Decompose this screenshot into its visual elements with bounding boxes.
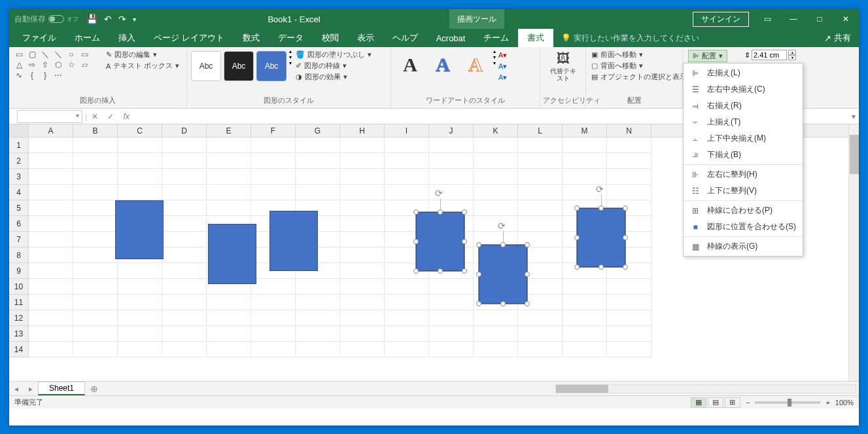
cell[interactable] [563, 295, 607, 310]
cell[interactable] [251, 295, 296, 310]
cell[interactable] [207, 342, 251, 357]
cell[interactable] [251, 342, 296, 357]
oval-icon[interactable]: ○ [65, 50, 77, 59]
shape-effects-button[interactable]: ◑図形の効果▾ [296, 72, 372, 82]
fx-icon[interactable]: fx [118, 112, 134, 121]
cell[interactable] [474, 200, 518, 216]
shape-height-input[interactable]: ⇕ ▴▾ [742, 48, 799, 62]
align-top-item[interactable]: ⫟上揃え(T) [684, 114, 803, 130]
cell[interactable] [251, 185, 296, 200]
row-header-14[interactable]: 14 [9, 342, 29, 357]
align-center-h-item[interactable]: ☰左右中央揃え(C) [684, 81, 803, 98]
cell[interactable] [251, 326, 296, 342]
align-bottom-item[interactable]: ⫡下揃え(B) [684, 147, 803, 163]
sheet-nav-prev-icon[interactable]: ◂ [9, 384, 24, 393]
distribute-h-item[interactable]: ⊪左右に整列(H) [684, 166, 803, 183]
tell-me-input[interactable]: 💡 実行したい作業を入力してください [553, 29, 707, 47]
row-header-9[interactable]: 9 [9, 263, 29, 279]
cell[interactable] [518, 185, 563, 200]
view-page-layout-icon[interactable]: ▤ [708, 397, 723, 408]
vertical-scrollbar[interactable] [848, 124, 859, 381]
cell[interactable] [29, 263, 73, 279]
cell[interactable] [29, 169, 73, 185]
cell[interactable] [162, 185, 207, 200]
cell[interactable] [162, 326, 207, 342]
tab-review[interactable]: 校閲 [313, 29, 348, 47]
cell[interactable] [73, 169, 118, 185]
col-header-K[interactable]: K [474, 124, 518, 137]
cell[interactable] [340, 169, 385, 185]
redo-icon[interactable]: ↷ [118, 14, 126, 24]
cell[interactable] [340, 295, 385, 310]
cell[interactable] [73, 232, 118, 247]
cell[interactable] [296, 279, 340, 295]
wordart-style-3[interactable]: A [460, 50, 491, 80]
cell[interactable] [118, 137, 162, 153]
cell[interactable] [73, 326, 118, 342]
align-right-item[interactable]: ⫤右揃え(R) [684, 98, 803, 114]
zoom-in-icon[interactable]: + [825, 399, 829, 407]
cell[interactable] [563, 169, 607, 185]
cell[interactable] [340, 216, 385, 232]
height-down[interactable]: ▾ [788, 55, 796, 60]
cell[interactable] [296, 295, 340, 310]
rotate-handle-icon[interactable]: ⟳ [498, 221, 508, 231]
height-up[interactable]: ▴ [788, 50, 796, 55]
col-header-J[interactable]: J [429, 124, 474, 137]
cell[interactable] [118, 169, 162, 185]
cell[interactable] [340, 247, 385, 263]
cell[interactable] [29, 279, 73, 295]
cell[interactable] [563, 137, 607, 153]
cell[interactable] [518, 342, 563, 357]
cell[interactable] [385, 137, 429, 153]
cell[interactable] [73, 216, 118, 232]
row-header-3[interactable]: 3 [9, 169, 29, 185]
text-box-button[interactable]: Aテキスト ボックス▾ [106, 61, 179, 71]
brace-icon[interactable]: { [26, 71, 38, 80]
col-header-A[interactable]: A [29, 124, 73, 137]
textbox-icon[interactable]: ▭ [13, 50, 25, 59]
cell[interactable] [518, 153, 563, 169]
col-header-C[interactable]: C [118, 124, 162, 137]
row-header-2[interactable]: 2 [9, 153, 29, 169]
cell[interactable] [73, 310, 118, 326]
name-box[interactable] [17, 110, 82, 123]
col-header-N[interactable]: N [607, 124, 651, 137]
cell[interactable] [429, 279, 474, 295]
tab-insert[interactable]: 挿入 [109, 29, 145, 47]
cell[interactable] [563, 342, 607, 357]
arrowr-icon[interactable]: ⇨ [26, 60, 38, 69]
cell[interactable] [118, 295, 162, 310]
cell[interactable] [296, 169, 340, 185]
cell[interactable] [162, 310, 207, 326]
cell[interactable] [73, 185, 118, 200]
cell[interactable] [162, 216, 207, 232]
cell[interactable] [251, 169, 296, 185]
tab-format[interactable]: 書式 [518, 29, 553, 47]
cell[interactable] [607, 153, 651, 169]
cell[interactable] [474, 153, 518, 169]
cell[interactable] [429, 342, 474, 357]
cell[interactable] [340, 326, 385, 342]
qat-more-icon[interactable]: ▾ [133, 16, 136, 23]
ribbon-display-icon[interactable]: ▭ [754, 9, 780, 29]
cell[interactable] [207, 310, 251, 326]
cell[interactable] [29, 137, 73, 153]
col-header-B[interactable]: B [73, 124, 118, 137]
height-field[interactable] [752, 50, 787, 60]
cell[interactable] [29, 326, 73, 342]
row-header-10[interactable]: 10 [9, 279, 29, 295]
shapes-gallery[interactable]: ▭ ▢ ＼ ＼ ○ ▭ △ ⇨ ⇧ ⬡ ☆ ▱ ∿ { } ⋯ [12, 48, 103, 81]
shape-rect-4-selected[interactable]: ⟳ [416, 212, 464, 271]
view-normal-icon[interactable]: ▦ [691, 397, 706, 408]
align-left-item[interactable]: ⊫左揃え(L) [684, 65, 803, 81]
tab-page-layout[interactable]: ページ レイアウト [145, 29, 234, 47]
cell[interactable] [474, 185, 518, 200]
view-page-break-icon[interactable]: ⊞ [725, 397, 740, 408]
cancel-formula-icon[interactable]: ✕ [87, 112, 103, 121]
alt-text-button[interactable]: 🖼 代替テキスト [543, 48, 583, 84]
cell[interactable] [340, 137, 385, 153]
row-header-4[interactable]: 4 [9, 185, 29, 200]
cell[interactable] [429, 137, 474, 153]
cell[interactable] [429, 326, 474, 342]
